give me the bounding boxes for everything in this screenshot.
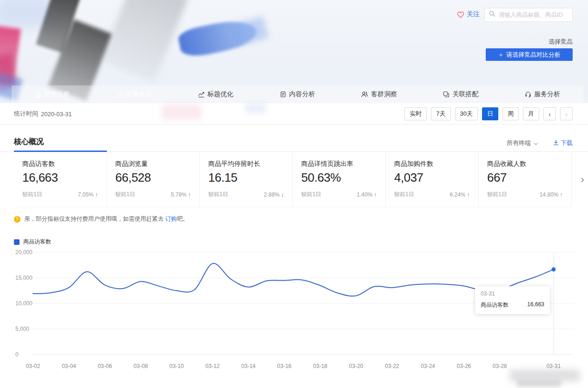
metric-card-visitors[interactable]: 商品访客数 16,663 较前1日 7.05% ↑ (14, 152, 107, 207)
tab-label: 内容分析 (289, 90, 315, 99)
heart-icon (457, 11, 464, 18)
range-week-button[interactable]: 周 (502, 107, 519, 120)
download-button[interactable]: 下载 (553, 139, 573, 147)
tab-sales-analysis[interactable]: 销售分析 (12, 85, 93, 103)
banner-paint-decoration (162, 104, 201, 120)
banner-paint-decoration (0, 26, 21, 85)
compare-label: 较前1日 (301, 191, 321, 198)
svg-text:03-24: 03-24 (421, 363, 435, 369)
change-arrow-icon: ↑ (188, 191, 192, 198)
banner-paint-decoration (0, 0, 56, 28)
competitor-hint-label: 选择竞品 (548, 38, 573, 46)
legend-label: 商品访客数 (23, 238, 51, 246)
svg-text:03-08: 03-08 (133, 363, 148, 369)
stat-time-value: 2020-03-31 (41, 111, 72, 118)
warning-dot-icon: ! (14, 216, 20, 223)
tooltip-date: 03-31 (481, 290, 544, 297)
range-month-button[interactable]: 月 (523, 107, 539, 120)
next-date-button[interactable]: › (560, 107, 573, 120)
metric-title: 商品平均停留时长 (208, 160, 284, 168)
metric-title: 商品详情页跳出率 (301, 160, 377, 168)
svg-text:03-16: 03-16 (277, 363, 291, 369)
metric-card-pageviews[interactable]: 商品浏览量 66,528 较前1日 5.78% ↑ (107, 152, 200, 207)
select-competitor-button[interactable]: ＋ 请选择竞品对比分析 (486, 48, 573, 61)
follow-label: 关注 (467, 10, 480, 19)
tab-label: 服务分析 (534, 90, 560, 99)
metric-value: 667 (487, 171, 563, 185)
change-arrow-icon: ↑ (95, 191, 99, 198)
svg-text:03-26: 03-26 (457, 363, 471, 369)
svg-text:03-02: 03-02 (26, 363, 40, 369)
change-percent: 2.88% (264, 191, 279, 198)
chevron-down-icon (534, 140, 538, 147)
compare-label: 较前1日 (208, 191, 228, 198)
watermark-decoration (517, 381, 561, 387)
search-input[interactable] (499, 12, 574, 18)
change-percent: 5.78% (171, 191, 186, 198)
svg-text:03-20: 03-20 (349, 363, 363, 369)
banner-paint-decoration (229, 16, 269, 47)
svg-text:15,000: 15,000 (15, 275, 33, 281)
tab-label: 标题优化 (207, 90, 233, 99)
metric-cards-row: 商品访客数 16,663 较前1日 7.05% ↑ 商品浏览量 66,528 较… (14, 152, 572, 207)
svg-text:03-28: 03-28 (493, 363, 507, 369)
svg-text:5,000: 5,000 (15, 326, 29, 332)
change-arrow-icon: ↓ (281, 191, 284, 198)
visitor-trend-chart[interactable]: 05,00010,00015,00020,00003-0203-0403-060… (0, 249, 588, 381)
svg-text:03-14: 03-14 (241, 363, 256, 369)
range-realtime-button[interactable]: 实时 (404, 107, 427, 120)
terminal-filter-dropdown[interactable]: 所有终端 (507, 139, 538, 147)
range-day-button[interactable]: 日 (482, 107, 498, 120)
tab-label: 关联搭配 (452, 90, 478, 99)
upgrade-notice: ! 亲，部分指标仅支持付费用户使用哦，如需使用赶紧去 订购吧。 (14, 215, 188, 223)
tab-label: 客群洞察 (371, 90, 397, 99)
change-percent: 14.80% (540, 191, 559, 198)
banner-paint-decoration (177, 15, 259, 60)
metric-card-bounce-rate[interactable]: 商品详情页跳出率 50.63% 较前1日 1.40% ↑ (293, 152, 386, 207)
download-icon (553, 139, 559, 147)
metric-card-favorites[interactable]: 商品收藏人数 667 较前1日 14.80% ↑ (479, 152, 572, 207)
cards-scroll-next-icon[interactable]: › (581, 174, 584, 185)
legend-item-visitors[interactable]: 商品访客数 (14, 238, 51, 246)
product-search-box[interactable] (484, 8, 573, 22)
compare-label: 较前1日 (115, 191, 135, 198)
metric-value: 50.63% (301, 171, 377, 185)
terminal-filter-value: 所有终端 (507, 139, 531, 147)
plus-icon: ＋ (498, 51, 504, 59)
tooltip-series-name: 商品访客数 (481, 301, 509, 309)
tab-label: 流量来源 (126, 90, 152, 99)
tab-audience-insight[interactable]: 客群洞察 (338, 85, 420, 103)
change-arrow-icon: ↑ (374, 191, 377, 198)
metric-card-add-to-cart[interactable]: 商品加购件数 4,037 较前1日 6.24% ↑ (386, 152, 479, 207)
svg-text:03-22: 03-22 (385, 363, 399, 369)
svg-text:03-18: 03-18 (313, 363, 328, 369)
trend-icon (198, 91, 205, 98)
change-arrow-icon: ↑ (560, 191, 563, 198)
prev-date-button[interactable]: ‹ (543, 107, 556, 120)
range-7d-button[interactable]: 7天 (431, 107, 450, 120)
tab-traffic-source[interactable]: 流量来源 (93, 85, 175, 103)
order-link[interactable]: 订购 (165, 216, 177, 222)
banner-paint-decoration (36, 0, 81, 53)
search-icon (489, 11, 496, 19)
metric-title: 商品加购件数 (394, 160, 470, 168)
tab-content-analysis[interactable]: 内容分析 (257, 85, 338, 103)
svg-text:03-06: 03-06 (98, 363, 112, 369)
metric-title: 商品收藏人数 (487, 160, 563, 168)
bar-chart-icon (35, 91, 41, 98)
stats-toolbar: 统计时间 2020-03-31 实时 7天 30天 日 周 月 ‹ › (0, 103, 588, 125)
tooltip-value: 16,663 (527, 301, 544, 309)
banner-paint-decoration (245, 103, 266, 113)
svg-text:20,000: 20,000 (15, 249, 33, 256)
follow-button[interactable]: 关注 (457, 10, 480, 19)
section-title: 核心概况 (14, 137, 44, 147)
metric-value: 66,528 (115, 171, 191, 185)
tab-service-analysis[interactable]: 服务分析 (502, 85, 583, 103)
metric-card-avg-stay[interactable]: 商品平均停留时长 16.15 较前1日 2.88% ↓ (200, 152, 293, 207)
tab-related-match[interactable]: 关联搭配 (420, 85, 502, 103)
tab-title-optimization[interactable]: 标题优化 (175, 85, 257, 103)
change-percent: 7.05% (78, 191, 93, 198)
download-label: 下载 (561, 139, 573, 147)
range-30d-button[interactable]: 30天 (455, 107, 478, 120)
stat-time-label: 统计时间 (14, 110, 38, 118)
